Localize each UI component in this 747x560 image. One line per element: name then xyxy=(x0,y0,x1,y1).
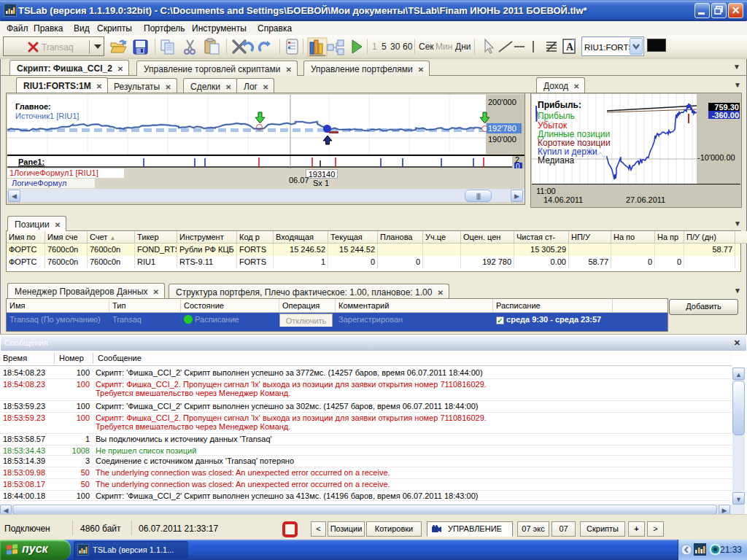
svg-text:A: A xyxy=(566,42,574,52)
